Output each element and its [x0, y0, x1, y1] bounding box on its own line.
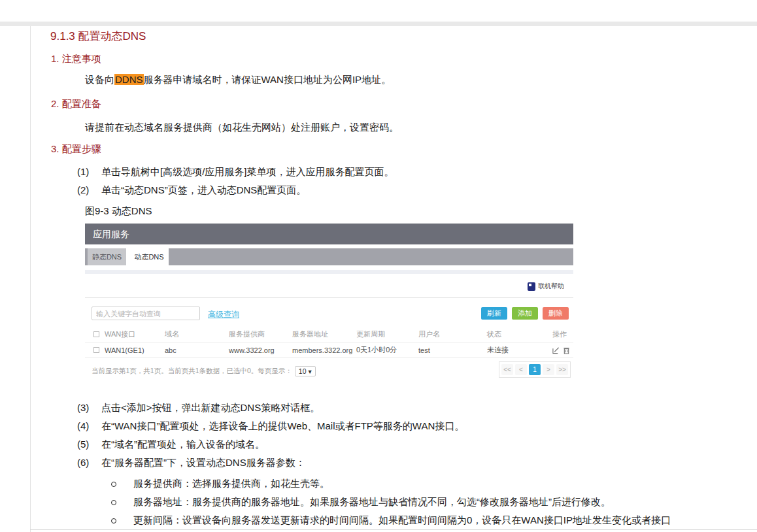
step-3-number: (3): [77, 402, 101, 414]
online-help[interactable]: 联机帮助: [528, 282, 564, 291]
page-prev-button[interactable]: <: [515, 364, 527, 375]
step-5-text: 在“域名”配置项处，输入设备的域名。: [101, 439, 265, 451]
step-3-text: 点击<添加>按钮，弹出新建动态DNS策略对话框。: [101, 402, 320, 414]
select-all-checkbox[interactable]: [93, 331, 99, 337]
cell-provider: www.3322.org: [229, 346, 292, 354]
advanced-query-link[interactable]: 高级查询: [208, 309, 239, 320]
cell-update-cycle: 0天1小时0分: [356, 345, 418, 355]
bullet-update-interval-text: 更新间隔：设置设备向服务器发送更新请求的时间间隔。如果配置时间间隔为0，设备只在…: [133, 514, 671, 527]
page-size-value: 10: [299, 367, 307, 375]
tab-dynamic-dns[interactable]: 动态DNS: [129, 248, 169, 265]
page-last-button[interactable]: >>: [556, 364, 568, 375]
step-6-text: 在“服务器配置”下，设置动态DNS服务器参数：: [101, 457, 305, 469]
step-6: (6)在“服务器配置”下，设置动态DNS服务器参数：: [77, 457, 305, 469]
delete-button[interactable]: 删除: [543, 307, 569, 320]
dropdown-caret-icon: ▾: [308, 367, 311, 375]
col-domain: 域名: [165, 329, 229, 339]
note-post: 服务器申请域名时，请保证WAN接口地址为公网IP地址。: [144, 74, 392, 85]
bullet-circle-icon: [111, 482, 116, 487]
action-buttons: 刷新 添加 删除: [481, 307, 569, 320]
bottom-border-rule: [30, 529, 757, 530]
row-checkbox[interactable]: [93, 347, 99, 353]
bullet-circle-icon: [111, 500, 116, 505]
note-paragraph: 设备向DDNS服务器申请域名时，请保证WAN接口地址为公网IP地址。: [85, 74, 391, 86]
prep-paragraph: 请提前在动态域名服务提供商（如花生壳网站）处注册账户，设置密码。: [85, 122, 399, 134]
trash-icon[interactable]: [563, 346, 570, 354]
tab-bar: 静态DNS 动态DNS: [85, 248, 573, 265]
col-update-cycle: 更新周期: [356, 329, 418, 339]
step-5: (5)在“域名”配置项处，输入设备的域名。: [77, 439, 265, 451]
step-6-number: (6): [77, 457, 101, 469]
online-help-label: 联机帮助: [538, 282, 564, 291]
col-operation: 操作: [552, 329, 573, 339]
section-title: 9.1.3 配置动态DNS: [50, 29, 146, 44]
toolbar-divider: [85, 297, 573, 298]
col-server-address: 服务器地址: [292, 329, 356, 339]
refresh-button[interactable]: 刷新: [481, 307, 507, 320]
summary-text: 当前显示第1页，共1页。当前页共1条数据，已选中0。每页显示：: [92, 367, 292, 376]
step-4-number: (4): [77, 420, 101, 433]
step-4: (4)在“WAN接口”配置项处，选择设备上的提供Web、Mail或者FTP等服务…: [77, 420, 464, 433]
heading-steps: 3. 配置步骤: [51, 143, 101, 156]
bullet-circle-icon: [111, 518, 116, 524]
figure-caption: 图9-3 动态DNS: [85, 205, 152, 218]
step-1-text: 单击导航树中[高级选项/应用服务]菜单项，进入应用服务配置页面。: [101, 166, 394, 178]
add-button[interactable]: 添加: [512, 307, 538, 320]
sub-tab-stripe: [85, 270, 573, 274]
cell-domain: abc: [165, 346, 229, 354]
pagination: << < 1 > >>: [499, 361, 571, 378]
table-row: WAN1(GE1) abc www.3322.org members.3322.…: [85, 342, 573, 358]
app-header-bar: 应用服务: [85, 224, 573, 244]
cell-server-address: members.3322.org: [292, 346, 356, 354]
col-wan-interface: WAN接口: [105, 329, 165, 339]
heading-prep: 2. 配置准备: [51, 98, 101, 110]
step-3: (3)点击<添加>按钮，弹出新建动态DNS策略对话框。: [77, 402, 320, 414]
left-border-rule: [30, 26, 31, 532]
edit-icon[interactable]: [552, 346, 560, 354]
page-next-button[interactable]: >: [543, 364, 554, 375]
col-username: 用户名: [418, 329, 487, 339]
page-number-1[interactable]: 1: [529, 364, 541, 375]
step-1-number: (1): [77, 166, 101, 178]
ddns-highlight: DDNS: [114, 74, 144, 85]
embedded-screenshot: 应用服务 静态DNS 动态DNS 联机帮助 高级查询 刷新 添加 删除 WAN接…: [85, 224, 573, 378]
bullet-server-address: 服务器地址：服务提供商的服务器地址。如果服务器地址与缺省情况不同，勾选“修改服务…: [111, 496, 611, 508]
online-help-book-icon: [528, 282, 535, 291]
top-divider-band: [0, 22, 757, 26]
tab-static-dns[interactable]: 静态DNS: [88, 248, 129, 265]
step-2-text: 单击“动态DNS”页签，进入动态DNS配置页面。: [101, 184, 306, 197]
page-first-button[interactable]: <<: [501, 364, 513, 375]
search-input[interactable]: [92, 307, 200, 320]
step-1: (1)单击导航树中[高级选项/应用服务]菜单项，进入应用服务配置页面。: [77, 166, 394, 178]
note-pre: 设备向: [85, 74, 114, 85]
step-4-text: 在“WAN接口”配置项处，选择设备上的提供Web、Mail或者FTP等服务的WA…: [101, 420, 464, 433]
bullet-server-address-text: 服务器地址：服务提供商的服务器地址。如果服务器地址与缺省情况不同，勾选“修改服务…: [133, 496, 611, 508]
bullet-provider-text: 服务提供商：选择服务提供商，如花生壳等。: [133, 478, 329, 490]
step-5-number: (5): [77, 439, 101, 451]
cell-status: 未连接: [487, 345, 552, 355]
table-header-row: WAN接口 域名 服务提供商 服务器地址 更新周期 用户名 状态 操作: [85, 327, 573, 342]
col-provider: 服务提供商: [229, 329, 292, 339]
document-page: 9.1.3 配置动态DNS 1. 注意事项 设备向DDNS服务器申请域名时，请保…: [0, 0, 757, 532]
bullet-update-interval: 更新间隔：设置设备向服务器发送更新请求的时间间隔。如果配置时间间隔为0，设备只在…: [111, 514, 671, 527]
cell-username: test: [418, 346, 487, 354]
bullet-provider: 服务提供商：选择服务提供商，如花生壳等。: [111, 478, 329, 490]
table-summary: 当前显示第1页，共1页。当前页共1条数据，已选中0。每页显示： 10 ▾: [92, 366, 316, 376]
cell-wan-interface: WAN1(GE1): [105, 346, 165, 354]
step-2: (2)单击“动态DNS”页签，进入动态DNS配置页面。: [77, 184, 306, 197]
heading-note: 1. 注意事项: [51, 53, 101, 65]
col-status: 状态: [487, 329, 552, 339]
step-2-number: (2): [77, 184, 101, 197]
page-size-select[interactable]: 10 ▾: [295, 366, 316, 376]
